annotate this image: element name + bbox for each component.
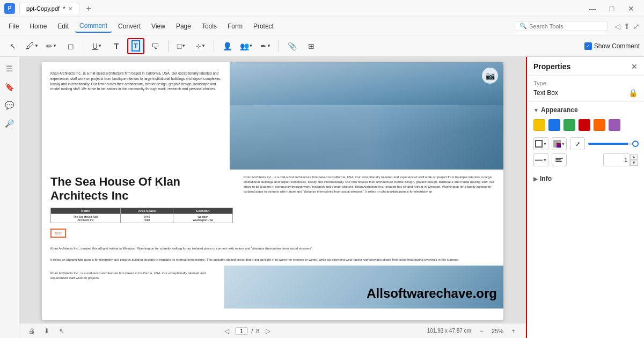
underline-button[interactable]: U ▼ — [89, 38, 106, 54]
measure-button[interactable]: ⊹ ▼ — [192, 38, 209, 54]
pdf-content[interactable]: Khan Architects Inc., is a mid-sized arc… — [19, 57, 526, 323]
textbox-button[interactable]: T — [127, 38, 144, 54]
appearance-controls: ▼ ▼ ⤢ — [527, 135, 644, 171]
user-icon: 👥 — [240, 42, 249, 50]
download-button[interactable]: ⬇ — [41, 325, 53, 337]
building-image-inner — [230, 62, 503, 170]
more-icon: ⊞ — [308, 42, 314, 50]
page-number-input[interactable] — [235, 327, 248, 335]
show-comment-checkbox[interactable]: ✓ — [584, 42, 592, 50]
swatch-orange[interactable] — [594, 119, 605, 131]
test-annotation: test — [50, 226, 233, 238]
select-annotation-button[interactable]: ↖ — [4, 38, 21, 54]
measure-icon: ⊹ — [196, 42, 201, 50]
attach-button[interactable]: 📎 — [283, 38, 301, 54]
menu-comment[interactable]: Comment — [75, 20, 112, 33]
stamp-button[interactable]: 👤 — [218, 38, 236, 54]
pdf-top-left: Khan Architects Inc., is a mid-sized arc… — [42, 62, 230, 170]
border-style-caret: ▼ — [543, 158, 547, 163]
swatch-blue[interactable] — [548, 119, 560, 131]
menu-tools[interactable]: Tools — [197, 20, 221, 32]
prev-page-button[interactable]: ◁ — [221, 326, 232, 336]
more-button[interactable]: ⊞ — [303, 38, 320, 54]
shape-button[interactable]: □ ▼ — [173, 38, 190, 54]
menu-view[interactable]: View — [147, 20, 170, 32]
share-icon[interactable]: ⬆ — [624, 22, 630, 31]
pdf-main-heading: The Sea House Of Klan Architects Inc — [50, 175, 233, 203]
attach-icon: 📎 — [288, 42, 297, 50]
main-layout: ☰ 🔖 💬 🔎 Khan Architects Inc., is a mid-s… — [0, 57, 644, 338]
panel-title: Properties — [533, 62, 570, 71]
menu-page[interactable]: Page — [172, 20, 195, 32]
expand-icon[interactable]: ⤢ — [633, 22, 640, 31]
align-button[interactable] — [552, 153, 567, 166]
border-width-input[interactable] — [603, 153, 630, 166]
appearance-header[interactable]: ▼ Appearance — [527, 102, 644, 117]
eraser-button[interactable]: ◻ — [62, 38, 79, 54]
opacity-slider[interactable] — [588, 143, 638, 145]
pointer-button[interactable]: ↖ — [56, 325, 68, 337]
menu-protect[interactable]: Protect — [249, 20, 278, 32]
menu-edit[interactable]: Edit — [53, 20, 73, 32]
border-color-button[interactable]: ▼ — [533, 137, 548, 150]
swatch-green[interactable] — [564, 119, 575, 131]
swatch-yellow[interactable] — [533, 119, 545, 131]
appearance-section: ▼ Appearance ▼ — [527, 102, 644, 171]
fill-color-button[interactable]: ▼ — [552, 137, 567, 150]
panel-close-button[interactable]: ✕ — [631, 62, 638, 71]
user-button[interactable]: 👥 ▼ — [238, 38, 255, 54]
opacity-control — [588, 143, 638, 145]
new-tab-button[interactable]: + — [84, 4, 93, 13]
window-minimize-button[interactable]: — — [584, 2, 601, 15]
shape-caret: ▼ — [181, 43, 186, 48]
step-down-button[interactable]: ▼ — [630, 160, 638, 166]
callout-button[interactable]: 🗨 — [147, 38, 164, 54]
total-pages: 8 — [256, 328, 259, 334]
tab-modified: * — [63, 5, 65, 12]
type-section: Type Text Box 🔒 — [527, 76, 644, 102]
text-button[interactable]: T — [108, 38, 125, 54]
print-button[interactable]: 🖨 — [26, 325, 38, 337]
window-maximize-button[interactable]: □ — [603, 2, 620, 15]
back-icon[interactable]: ◁ — [614, 22, 620, 31]
show-comment-toggle[interactable]: ✓ Show Comment — [584, 42, 640, 50]
search-tools-input[interactable] — [529, 23, 603, 30]
opacity-thumb[interactable] — [632, 141, 639, 147]
menu-form[interactable]: Form — [223, 20, 247, 32]
step-up-button[interactable]: ▲ — [630, 154, 638, 160]
swatch-purple[interactable] — [609, 119, 620, 131]
signature-button[interactable]: ✒ ▼ — [257, 38, 274, 54]
table-cell-location: WestportWashington USA — [173, 214, 233, 223]
sidebar-pages-icon[interactable]: ☰ — [2, 61, 17, 76]
number-input-group: ▲ ▼ — [603, 153, 638, 166]
app-tab[interactable]: ppt-Copy.pdf * ✕ — [19, 3, 79, 14]
sep4 — [279, 40, 279, 52]
pencil-caret: ▼ — [53, 43, 57, 48]
building-overlay-icon: 📷 — [482, 68, 498, 84]
pencil-button[interactable]: ✏ ▼ — [43, 38, 60, 54]
pdf-data-table: Name Area Space Location The Sea House K… — [50, 208, 233, 223]
underline-caret: ▼ — [98, 43, 102, 48]
eraser-icon: ◻ — [68, 42, 74, 50]
swatch-red[interactable] — [579, 119, 590, 131]
menu-convert[interactable]: Convert — [114, 20, 145, 32]
window-close-button[interactable]: ✕ — [623, 2, 640, 15]
sidebar-comments-icon[interactable]: 💬 — [2, 98, 17, 113]
border-style-button[interactable]: ▼ — [533, 153, 548, 166]
zoom-out-button[interactable]: − — [475, 325, 487, 337]
left-sidebar: ☰ 🔖 💬 🔎 — [0, 57, 19, 338]
sidebar-search-icon[interactable]: 🔎 — [2, 116, 17, 131]
pdf-right-text-content: Khan Architects Inc., is a mid-sized arc… — [244, 175, 495, 194]
menu-home[interactable]: Home — [25, 20, 51, 32]
search-tools-box[interactable]: 🔍 — [515, 21, 608, 31]
zoom-in-button[interactable]: + — [508, 325, 519, 337]
text-icon: T — [114, 42, 119, 50]
info-section[interactable]: ▶ Info — [527, 171, 644, 187]
menu-file[interactable]: File — [4, 20, 23, 32]
markup-button[interactable]: 🖊 ▼ — [24, 38, 41, 54]
expand-button[interactable]: ⤢ — [570, 137, 585, 150]
tab-close-icon[interactable]: ✕ — [68, 6, 72, 12]
table-cell-area: 3446Total — [121, 214, 173, 223]
sidebar-bookmarks-icon[interactable]: 🔖 — [2, 79, 17, 94]
next-page-button[interactable]: ▷ — [262, 326, 273, 336]
